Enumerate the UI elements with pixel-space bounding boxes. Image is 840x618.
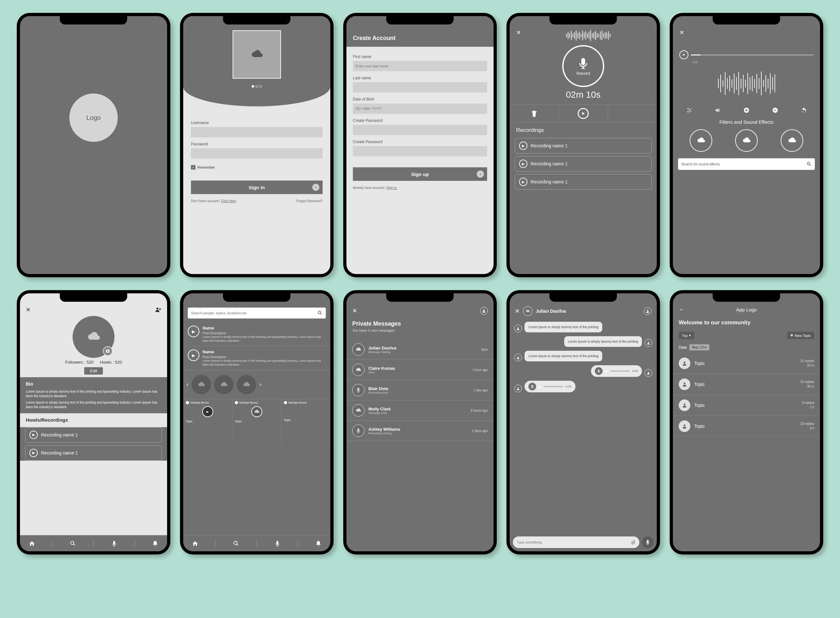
signup-button[interactable]: Sign up › bbox=[353, 167, 487, 181]
record-screen: ✕ Record 02m 10s Recordings ▶Recording n… bbox=[510, 16, 657, 274]
nav-search[interactable] bbox=[70, 540, 76, 547]
recording-item[interactable]: ▶Recording name 1 bbox=[515, 138, 652, 153]
recording-item[interactable]: ▶Recording name 1 bbox=[515, 174, 652, 190]
progress-bar[interactable] bbox=[673, 50, 820, 59]
post-item[interactable]: ▶ NamePost DescriptionLorem Ipsum is sim… bbox=[183, 346, 330, 370]
close-button[interactable]: ✕ bbox=[352, 307, 357, 314]
voice-message[interactable]: ▶ 0:00 bbox=[524, 381, 575, 392]
attach-button[interactable] bbox=[630, 540, 636, 545]
message-name: Molly Clark bbox=[368, 407, 467, 412]
edit-profile-button[interactable]: Edit bbox=[84, 367, 103, 374]
nav-home[interactable] bbox=[192, 540, 198, 547]
message-item[interactable]: Blair DotaRecording sent1 day ago bbox=[347, 380, 493, 400]
mini-user: Michael Bruno bbox=[190, 401, 209, 404]
play-button[interactable] bbox=[679, 50, 688, 59]
delete-button[interactable] bbox=[510, 105, 559, 122]
record-button[interactable]: Record bbox=[562, 45, 604, 87]
profile-avatar[interactable] bbox=[73, 316, 115, 358]
effect-option[interactable] bbox=[780, 129, 803, 152]
effect-option[interactable] bbox=[690, 129, 712, 152]
search-input[interactable]: Search people, topics, locations etc bbox=[188, 308, 326, 318]
topic-item[interactable]: Topic15 replies20 m bbox=[673, 353, 820, 374]
add-user-button[interactable] bbox=[155, 306, 161, 313]
chat-input[interactable]: Type something bbox=[513, 536, 639, 548]
story-item[interactable] bbox=[192, 375, 211, 394]
nav-search[interactable] bbox=[233, 540, 239, 547]
topic-label: Topic bbox=[235, 420, 279, 423]
topic-item[interactable]: Topic5 replies2 h bbox=[673, 395, 820, 416]
remove-button[interactable] bbox=[772, 107, 778, 113]
mini-card[interactable]: Michael Bruno Topic bbox=[281, 399, 330, 444]
message-item[interactable]: Molly ClarkMessage seen5 hours ago bbox=[347, 400, 493, 421]
signin-button[interactable]: Sign in › bbox=[191, 181, 323, 194]
nav-home[interactable] bbox=[29, 540, 35, 547]
lastname-input[interactable] bbox=[353, 82, 487, 92]
chat-avatar[interactable] bbox=[523, 306, 533, 316]
mini-card[interactable]: Michael Bruno ▶ Topic bbox=[183, 399, 232, 444]
voice-message[interactable]: ▶ 0:00 bbox=[591, 365, 642, 377]
add-button[interactable] bbox=[743, 107, 750, 113]
user-icon bbox=[682, 360, 687, 366]
topic-avatar bbox=[679, 420, 690, 432]
play-button[interactable]: ▶ bbox=[188, 349, 200, 361]
new-topic-button[interactable]: ✚ New Topic bbox=[787, 332, 814, 339]
nav-record[interactable] bbox=[111, 540, 118, 547]
topic-item[interactable]: Topic10 replies3 h bbox=[673, 416, 820, 437]
carousel-dots[interactable] bbox=[183, 84, 330, 89]
close-button[interactable]: ✕ bbox=[515, 308, 520, 315]
recording-item[interactable]: ▶Recording name 1 bbox=[25, 445, 162, 461]
story-item[interactable] bbox=[237, 375, 256, 394]
firstname-input[interactable] bbox=[353, 61, 487, 71]
back-button[interactable]: ← bbox=[679, 306, 685, 313]
undo-button[interactable] bbox=[801, 107, 807, 113]
profile-button[interactable] bbox=[644, 307, 652, 315]
cloud-icon bbox=[356, 407, 361, 413]
password-input[interactable] bbox=[191, 148, 323, 159]
profile-button[interactable] bbox=[480, 307, 488, 315]
recordings-heading: Recordings bbox=[510, 122, 657, 135]
effects-search[interactable]: Search for sound effects bbox=[678, 158, 815, 170]
play-button[interactable] bbox=[559, 105, 608, 122]
dob-input[interactable] bbox=[353, 104, 487, 114]
topic-item[interactable]: Topic20 replies30 m bbox=[673, 374, 820, 395]
sort-dropdown[interactable]: Top ▾ bbox=[679, 332, 694, 339]
close-button[interactable]: ✕ bbox=[26, 306, 31, 313]
nav-notifications[interactable] bbox=[152, 540, 158, 547]
back-button[interactable]: ← bbox=[353, 29, 487, 35]
avatar-dot bbox=[284, 401, 287, 404]
remember-checkbox[interactable]: ✓ Remember bbox=[191, 165, 323, 169]
topic-label: Topic bbox=[284, 419, 328, 422]
message-item[interactable]: Julian DasilvaMessage WaitingNow bbox=[347, 339, 493, 360]
pw2-input[interactable] bbox=[353, 146, 487, 156]
create-account-link[interactable]: Don't have account / Click Here bbox=[191, 199, 236, 203]
mini-card[interactable]: Michael Bruno Topic bbox=[232, 399, 281, 444]
username-input[interactable] bbox=[191, 127, 323, 137]
post-item[interactable]: ▶ NamePost DescriptionLorem Ipsum is sim… bbox=[183, 322, 330, 346]
signin-link[interactable]: Already have account / Sign in. bbox=[353, 186, 398, 190]
scroll-left[interactable]: ‹ bbox=[186, 381, 188, 388]
search-icon bbox=[233, 540, 239, 547]
search-icon bbox=[70, 540, 76, 547]
recording-item[interactable]: ▶Recording name 1 bbox=[25, 427, 162, 443]
scroll-right[interactable]: › bbox=[259, 381, 261, 388]
story-item[interactable] bbox=[214, 375, 234, 394]
message-item[interactable]: Claire KumasSent1 hour ago bbox=[347, 360, 493, 380]
pw1-input[interactable] bbox=[353, 125, 487, 135]
close-button[interactable]: ✕ bbox=[679, 29, 813, 36]
effect-option[interactable] bbox=[735, 129, 758, 152]
filters-heading: Filters and Sound Effects bbox=[673, 119, 820, 125]
waveform-editor[interactable] bbox=[679, 69, 813, 98]
cut-button[interactable] bbox=[686, 107, 692, 113]
post-meta: Post Description bbox=[203, 355, 326, 359]
forgot-password-link[interactable]: Forgot Password? bbox=[296, 199, 323, 203]
volume-button[interactable] bbox=[715, 107, 721, 113]
recording-item[interactable]: ▶Recording name 1 bbox=[515, 156, 652, 171]
date-picker[interactable]: May 13 ▾ bbox=[690, 344, 709, 351]
volume-icon bbox=[715, 107, 721, 113]
nav-notifications[interactable] bbox=[315, 540, 322, 547]
send-voice-button[interactable] bbox=[642, 536, 654, 548]
camera-button[interactable] bbox=[103, 346, 113, 356]
message-item[interactable]: Ashley WilliamsRecording waiting2 days a… bbox=[347, 421, 493, 441]
play-button[interactable]: ▶ bbox=[188, 325, 200, 337]
nav-record[interactable] bbox=[274, 540, 281, 547]
